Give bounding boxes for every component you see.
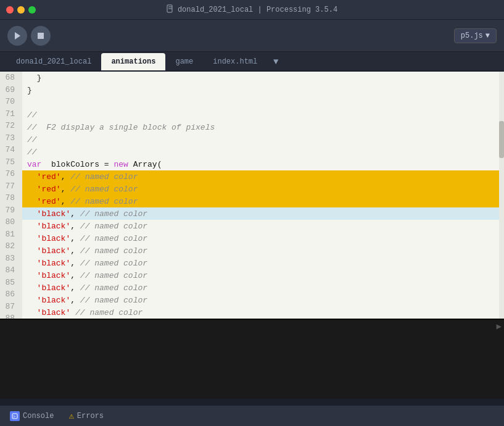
code-line-85: 'black', // named color	[22, 282, 504, 294]
play-button[interactable]	[7, 26, 27, 46]
svg-text:>: >	[13, 414, 15, 419]
code-line-68: }	[22, 72, 504, 84]
line-num-71: 71	[0, 108, 19, 120]
scrollbar-thumb[interactable]	[499, 121, 504, 158]
window-controls[interactable]	[6, 6, 36, 14]
toolbar: p5.js ▼	[0, 20, 504, 52]
code-line-81: 'black', // named color	[22, 232, 504, 244]
code-line-71: //	[22, 109, 504, 121]
tab-bar: donald_2021_local animations game index.…	[0, 52, 504, 72]
line-num-74: 74	[0, 144, 19, 156]
tab-label: game	[175, 57, 193, 66]
code-line-72: // F2 display a single block of pixels	[22, 121, 504, 133]
line-num-85: 85	[0, 277, 19, 289]
line-num-87: 87	[0, 301, 19, 313]
stop-button[interactable]	[31, 26, 51, 46]
tab-label: donald_2021_local	[16, 57, 91, 66]
code-line-69: }	[22, 84, 504, 96]
line-num-81: 81	[0, 228, 19, 241]
errors-label: Errors	[77, 412, 104, 420]
line-num-76: 76	[0, 168, 19, 180]
svg-marker-3	[15, 32, 20, 40]
line-num-88: 88	[0, 312, 19, 319]
code-line-79: 'black', // named color	[22, 207, 504, 220]
line-num-83: 83	[0, 253, 19, 265]
code-lines: } } // // F2 display a single block of p…	[22, 72, 504, 319]
console-icon: >	[10, 411, 20, 421]
output-panel: ▶	[0, 319, 504, 399]
more-tabs-icon: ▼	[273, 57, 278, 67]
console-label: Console	[23, 412, 54, 420]
line-num-68: 68	[0, 72, 19, 84]
line-num-86: 86	[0, 288, 19, 301]
code-line-83: 'black', // named color	[22, 257, 504, 269]
line-num-78: 78	[0, 192, 19, 204]
titlebar: donald_2021_local | Processing 3.5.4	[0, 0, 504, 20]
code-line-75: var blokColors = new Array(	[22, 158, 504, 170]
line-num-79: 79	[0, 204, 19, 217]
line-num-80: 80	[0, 216, 19, 228]
code-line-86: 'black', // named color	[22, 294, 504, 306]
tab-game[interactable]: game	[165, 53, 203, 70]
line-num-69: 69	[0, 84, 19, 96]
mode-selector[interactable]: p5.js ▼	[454, 28, 497, 43]
line-num-82: 82	[0, 240, 19, 253]
code-content[interactable]: } } // // F2 display a single block of p…	[22, 72, 504, 319]
code-editor: 68 69 70 71 72 73 74 75 76 77 78 79 80 8…	[0, 72, 504, 319]
dropdown-icon: ▼	[485, 31, 490, 40]
panel-indicator: ▶	[497, 321, 502, 332]
tab-label: index.html	[213, 57, 257, 66]
title-text: donald_2021_local | Processing 3.5.4	[178, 6, 337, 14]
tab-index-html[interactable]: index.html	[203, 53, 267, 70]
line-num-77: 77	[0, 180, 19, 193]
editor-scrollbar[interactable]	[499, 72, 504, 319]
code-line-82: 'black', // named color	[22, 244, 504, 257]
tab-label: animations	[111, 57, 155, 66]
minimize-button[interactable]	[17, 6, 25, 14]
file-icon	[167, 4, 174, 15]
warning-icon: ⚠	[68, 411, 73, 421]
code-line-80: 'black', // named color	[22, 220, 504, 232]
playback-controls	[7, 26, 454, 46]
line-num-73: 73	[0, 132, 19, 144]
svg-rect-4	[38, 33, 44, 39]
code-line-77: 'red', // named color	[22, 183, 504, 195]
line-num-84: 84	[0, 264, 19, 277]
code-line-70	[22, 96, 504, 109]
code-line-76: 'red', // named color	[22, 170, 504, 183]
line-num-70: 70	[0, 96, 19, 108]
code-line-74: //	[22, 146, 504, 158]
close-button[interactable]	[6, 6, 14, 14]
code-line-87: 'black' // named color	[22, 306, 504, 319]
line-numbers: 68 69 70 71 72 73 74 75 76 77 78 79 80 8…	[0, 72, 22, 319]
mode-label: p5.js	[461, 31, 483, 40]
code-line-84: 'black', // named color	[22, 269, 504, 282]
bottom-bar: > Console ⚠ Errors	[0, 405, 504, 426]
line-num-75: 75	[0, 156, 19, 169]
tab-donald-2021-local[interactable]: donald_2021_local	[6, 53, 101, 70]
code-line-78: 'red', // named color	[22, 195, 504, 207]
window-title: donald_2021_local | Processing 3.5.4	[167, 4, 337, 15]
errors-button[interactable]: ⚠ Errors	[64, 408, 109, 424]
more-tabs-button[interactable]: ▼	[267, 53, 284, 70]
line-num-72: 72	[0, 120, 19, 132]
maximize-button[interactable]	[28, 6, 36, 14]
code-line-73: //	[22, 133, 504, 146]
console-button[interactable]: > Console	[5, 409, 59, 424]
tab-animations[interactable]: animations	[101, 53, 165, 70]
